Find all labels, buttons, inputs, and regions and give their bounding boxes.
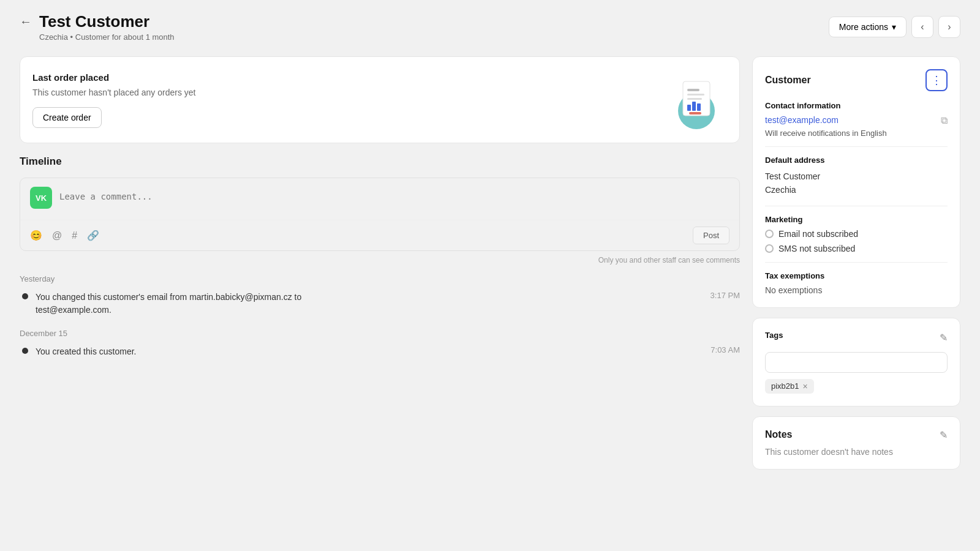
customer-card: Customer ⋮ Contact information test@exam…: [752, 56, 960, 308]
header-right: More actions ▾ ‹ ›: [829, 16, 960, 38]
last-order-left: Last order placed This customer hasn't p…: [32, 72, 195, 128]
tags-card: Tags ✎ pixb2b1 ×: [752, 318, 960, 407]
address-name: Test Customer: [765, 170, 948, 183]
default-address-section: Default address Test Customer Czechia: [765, 156, 948, 197]
tax-exemptions-section: Tax exemptions No exemptions: [765, 271, 948, 295]
svg-rect-3: [687, 94, 704, 96]
marketing-email-item: Email not subscribed: [765, 229, 948, 239]
last-order-description: This customer hasn't placed any orders y…: [32, 88, 195, 97]
divider: [765, 146, 948, 147]
page-subtitle: Czechia • Customer for about 1 month: [39, 32, 175, 42]
main-content: Last order placed This customer hasn't p…: [20, 56, 960, 470]
more-actions-button[interactable]: More actions ▾: [829, 17, 907, 37]
last-order-card: Last order placed This customer hasn't p…: [20, 56, 740, 143]
tag-list: pixb2b1 ×: [765, 379, 948, 394]
timeline-dot: [22, 293, 28, 299]
right-column: Customer ⋮ Contact information test@exam…: [752, 56, 960, 470]
header-left: ← Test Customer Czechia • Customer for a…: [20, 12, 175, 42]
page-header: ← Test Customer Czechia • Customer for a…: [20, 12, 960, 42]
sms-not-subscribed-label: SMS not subscribed: [778, 244, 855, 253]
order-illustration: [666, 69, 727, 130]
three-dot-button[interactable]: ⋮: [925, 69, 948, 91]
svg-rect-7: [697, 103, 701, 111]
avatar: VK: [30, 187, 52, 209]
comment-input[interactable]: [59, 187, 729, 211]
last-order-title: Last order placed: [32, 72, 195, 83]
svg-rect-5: [687, 105, 691, 111]
tag-remove-button[interactable]: ×: [803, 381, 808, 391]
notes-card-header: Notes ✎: [765, 429, 948, 441]
emoji-icon[interactable]: 😊: [30, 230, 42, 241]
timeline-title: Timeline: [20, 156, 740, 168]
tags-edit-icon[interactable]: ✎: [940, 332, 948, 343]
svg-rect-4: [687, 98, 702, 100]
notes-title: Notes: [765, 429, 792, 440]
notes-empty-text: This customer doesn't have notes: [765, 447, 948, 457]
svg-rect-8: [689, 112, 701, 114]
title-row: ← Test Customer: [20, 12, 175, 31]
tag-label: pixb2b1: [771, 381, 799, 391]
page-title: Test Customer: [39, 12, 149, 31]
notes-card: Notes ✎ This customer doesn't have notes: [752, 416, 960, 470]
staff-note: Only you and other staff can see comment…: [20, 256, 740, 264]
email-not-subscribed-label: Email not subscribed: [778, 229, 858, 239]
marketing-heading: Marketing: [765, 215, 948, 224]
comment-toolbar: 😊 @ # 🔗 Post: [20, 220, 739, 250]
contact-info-section: Contact information test@example.com ⧉ W…: [765, 101, 948, 138]
hashtag-icon[interactable]: #: [72, 230, 77, 241]
link-icon[interactable]: 🔗: [87, 230, 99, 241]
more-actions-label: More actions: [839, 22, 888, 32]
create-order-button[interactable]: Create order: [32, 107, 102, 128]
next-icon: ›: [948, 21, 951, 32]
copy-icon[interactable]: ⧉: [941, 115, 948, 126]
customer-panel-title: Customer: [765, 75, 811, 86]
last-order-content: Last order placed This customer hasn't p…: [32, 69, 727, 130]
customer-email[interactable]: test@example.com: [765, 115, 839, 125]
post-button[interactable]: Post: [693, 227, 729, 244]
timeline-dot: [22, 348, 28, 354]
timeline-time: 3:17 PM: [710, 291, 740, 300]
list-item: pixb2b1 ×: [765, 379, 814, 394]
svg-rect-6: [692, 102, 696, 111]
prev-icon: ‹: [921, 21, 924, 32]
nav-prev-button[interactable]: ‹: [911, 16, 933, 38]
marketing-section: Marketing Email not subscribed SMS not s…: [765, 215, 948, 253]
timeline-item-content: You changed this customer's email from m…: [36, 291, 740, 317]
sms-radio: [765, 244, 774, 253]
tags-input[interactable]: [765, 352, 948, 373]
tax-exemptions-heading: Tax exemptions: [765, 271, 948, 280]
contact-info-heading: Contact information: [765, 101, 948, 110]
tags-card-header: Tags ✎: [765, 331, 948, 345]
svg-rect-2: [687, 89, 699, 91]
tags-title: Tags: [765, 331, 783, 340]
nav-next-button[interactable]: ›: [938, 16, 960, 38]
divider: [765, 262, 948, 263]
timeline-item: You changed this customer's email from m…: [20, 291, 740, 317]
left-column: Last order placed This customer hasn't p…: [20, 56, 740, 470]
tax-exemptions-value: No exemptions: [765, 285, 948, 295]
timeline-item: You created this customer. 7:03 AM: [20, 345, 740, 358]
default-address-heading: Default address: [765, 156, 948, 165]
notes-edit-icon[interactable]: ✎: [940, 429, 948, 441]
timeline-entries: Yesterday You changed this customer's em…: [20, 274, 740, 358]
marketing-sms-item: SMS not subscribed: [765, 244, 948, 253]
timeline-text: You created this customer.: [36, 345, 136, 358]
comment-input-row: VK: [20, 178, 739, 220]
mention-icon[interactable]: @: [52, 230, 62, 241]
timeline-date-dec15: December 15: [20, 329, 740, 338]
timeline-text: You changed this customer's email from m…: [36, 291, 354, 317]
notification-text: Will receive notifications in English: [765, 129, 948, 138]
address-country: Czechia: [765, 183, 948, 197]
timeline-date-yesterday: Yesterday: [20, 274, 740, 283]
email-radio: [765, 230, 774, 238]
comment-box: VK 😊 @ # 🔗 Post: [20, 178, 740, 251]
timeline-time: 7:03 AM: [710, 345, 740, 354]
contact-info-row: test@example.com ⧉: [765, 115, 948, 126]
timeline-item-content: You created this customer. 7:03 AM: [36, 345, 740, 358]
timeline-section: Timeline VK 😊 @ # 🔗 Post Only you and ot…: [20, 156, 740, 370]
back-button[interactable]: ←: [20, 15, 32, 29]
customer-card-header: Customer ⋮: [765, 69, 948, 91]
divider: [765, 206, 948, 206]
chevron-down-icon: ▾: [892, 22, 896, 32]
